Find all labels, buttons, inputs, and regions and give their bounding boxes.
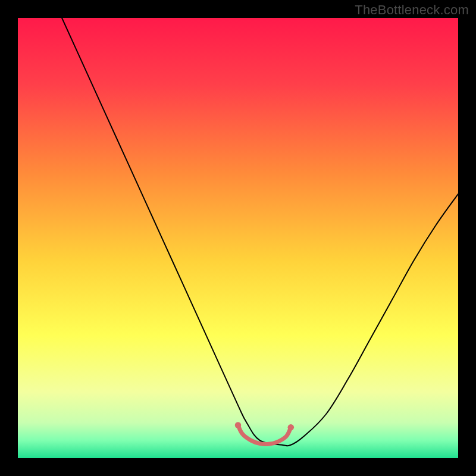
watermark-text: TheBottleneck.com <box>355 2 469 18</box>
gradient-background <box>18 18 458 458</box>
series-optimal-band-endpoint <box>235 422 242 428</box>
series-optimal-band-endpoint <box>288 424 295 431</box>
chart-frame: TheBottleneck.com <box>0 0 476 476</box>
plot-area <box>18 18 458 458</box>
plot-svg <box>18 18 458 458</box>
